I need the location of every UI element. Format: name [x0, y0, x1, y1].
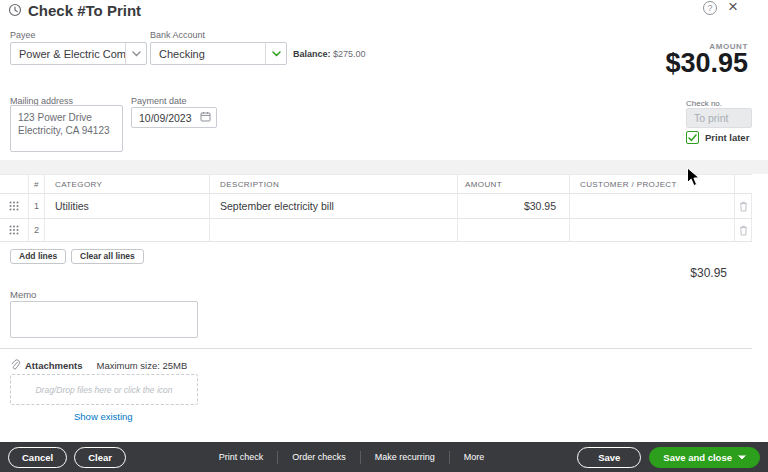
close-icon[interactable]: × [728, 0, 738, 17]
checkmark-icon [688, 134, 697, 142]
payee-value: Power & Electric Company [11, 48, 125, 60]
calendar-icon[interactable] [200, 111, 211, 124]
payee-dropdown-button[interactable] [125, 43, 146, 64]
amount-value: $30.95 [665, 48, 748, 79]
col-header-customer: CUSTOMER / PROJECT [570, 175, 735, 193]
payee-combobox[interactable]: Power & Electric Company [10, 42, 147, 65]
check-no-label: Check no. [686, 99, 722, 108]
drag-handle-icon[interactable] [0, 219, 28, 241]
paperclip-icon [10, 359, 20, 371]
clear-all-lines-button[interactable]: Clear all lines [71, 249, 144, 264]
mailing-address-field[interactable]: 123 Power Drive Electricity, CA 94123 [10, 105, 123, 152]
amount-cell[interactable]: $30.95 [458, 194, 570, 218]
payment-date-field[interactable]: 10/09/2023 [131, 107, 217, 128]
attachments-max-size: Maximum size: 25MB [97, 360, 188, 371]
save-button[interactable]: Save [577, 447, 641, 468]
footer-bar: Cancel Clear Print check Order checks Ma… [0, 442, 768, 472]
description-cell[interactable]: September electricity bill [210, 194, 458, 218]
show-existing-link[interactable]: Show existing [74, 411, 133, 422]
bank-account-select[interactable]: Checking [150, 42, 287, 65]
balance-label: Balance: [293, 49, 331, 59]
table-row: 1 Utilities September electricity bill $… [0, 194, 752, 219]
cancel-button[interactable]: Cancel [8, 447, 67, 468]
clear-button[interactable]: Clear [74, 447, 126, 468]
attachments-header: Attachments Maximum size: 25MB [10, 359, 187, 371]
line-items-table: # CATEGORY DESCRIPTION AMOUNT CUSTOMER /… [0, 174, 752, 242]
check-no-field: To print [686, 108, 752, 128]
row-number: 1 [28, 194, 45, 218]
chevron-down-icon [272, 51, 281, 57]
payment-date-label: Payment date [131, 96, 187, 106]
chevron-down-icon [132, 51, 141, 57]
category-cell[interactable]: Utilities [45, 194, 210, 218]
check-to-print-window: Check #To Print ? × Payee Power & Electr… [0, 0, 768, 472]
payment-date-value: 10/09/2023 [132, 112, 200, 124]
payee-label: Payee [10, 30, 36, 40]
print-later-label: Print later [705, 132, 749, 143]
print-check-button[interactable]: Print check [205, 452, 278, 462]
section-divider-band [0, 160, 768, 174]
chevron-down-icon [738, 455, 746, 460]
customer-cell[interactable] [570, 194, 735, 218]
memo-field[interactable] [10, 301, 198, 338]
description-cell[interactable] [210, 219, 458, 241]
customer-cell[interactable] [570, 219, 735, 241]
save-and-close-label: Save and close [663, 452, 732, 463]
print-later-checkbox[interactable] [686, 131, 699, 144]
bank-account-dropdown-button[interactable] [265, 43, 286, 64]
add-lines-button[interactable]: Add lines [10, 249, 66, 264]
total-amount: $30.95 [690, 266, 727, 280]
print-later-option[interactable]: Print later [686, 131, 749, 144]
bank-account-label: Bank Account [150, 30, 205, 40]
page-title: Check #To Print [28, 2, 141, 19]
delete-row-icon[interactable] [735, 219, 752, 241]
col-header-num: # [28, 175, 45, 193]
attachments-dropzone[interactable]: Drag/Drop files here or click the icon [10, 374, 198, 405]
dropzone-placeholder: Drag/Drop files here or click the icon [35, 385, 172, 395]
attachments-label: Attachments [25, 360, 83, 371]
col-header-category: CATEGORY [45, 175, 210, 193]
col-header-amount: AMOUNT [458, 175, 570, 193]
divider [0, 348, 752, 349]
save-and-close-button[interactable]: Save and close [649, 447, 760, 468]
category-cell[interactable] [45, 219, 210, 241]
history-icon[interactable] [8, 3, 22, 21]
delete-row-icon[interactable] [735, 194, 752, 218]
make-recurring-button[interactable]: Make recurring [361, 452, 449, 462]
help-icon[interactable]: ? [703, 1, 717, 15]
table-header-row: # CATEGORY DESCRIPTION AMOUNT CUSTOMER /… [0, 174, 752, 194]
balance: Balance: $275.00 [293, 49, 366, 59]
order-checks-button[interactable]: Order checks [278, 452, 360, 462]
row-number: 2 [28, 219, 45, 241]
col-header-description: DESCRIPTION [210, 175, 458, 193]
bank-account-value: Checking [151, 48, 265, 60]
more-button[interactable]: More [450, 452, 499, 462]
amount-cell[interactable] [458, 219, 570, 241]
balance-value: $275.00 [333, 49, 366, 59]
drag-handle-icon[interactable] [0, 194, 28, 218]
memo-label: Memo [10, 289, 36, 300]
table-row: 2 [0, 219, 752, 242]
